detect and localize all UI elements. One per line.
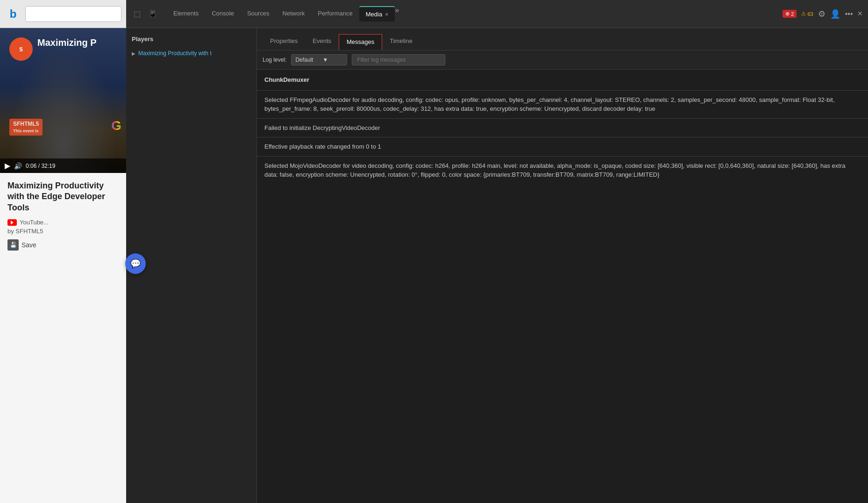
tab-sources[interactable]: Sources xyxy=(241,6,276,22)
play-button[interactable]: ▶ xyxy=(5,161,10,170)
bing-icon: b xyxy=(10,7,17,21)
video-title: Maximizing Productivity with the Edge De… xyxy=(7,180,119,213)
more-options-button[interactable]: ••• xyxy=(845,10,853,18)
google-logo-overlay: G xyxy=(111,118,121,133)
filter-input[interactable] xyxy=(352,54,445,65)
devtools-icons: ⬚ 📱 xyxy=(132,7,159,20)
save-icon: 💾 xyxy=(7,239,19,251)
browser-panel: b 5 Maximizing P SFHTML5 This event is G… xyxy=(0,0,126,503)
youtube-play-icon xyxy=(11,221,14,224)
settings-button[interactable]: ⚙ xyxy=(818,9,825,19)
device-icon[interactable]: 📱 xyxy=(146,7,159,20)
devtools-tabs: Elements Console Sources Network Perform… xyxy=(167,6,781,22)
message-decrypt-fail: Failed to initialize DecryptingVideoDeco… xyxy=(257,119,868,138)
messages-toolbar: Log level: Default ▼ xyxy=(257,50,868,70)
tab-media[interactable]: Media × xyxy=(359,6,395,22)
html5-watermark: SFHTML5 This event is xyxy=(9,119,43,136)
youtube-icon xyxy=(7,219,17,226)
error-icon: ⊗ xyxy=(785,11,790,17)
chat-icon: 💬 xyxy=(130,259,141,269)
player-item[interactable]: ▶ Maximizing Productivity with t xyxy=(126,47,256,59)
user-button[interactable]: 👤 xyxy=(830,9,840,19)
devtools-panel: ⬚ 📱 Elements Console Sources Network Per… xyxy=(126,0,868,503)
address-bar[interactable] xyxy=(25,6,121,22)
close-tab-icon[interactable]: × xyxy=(385,11,388,18)
messages-tabs: Properties Events Messages Timeline xyxy=(257,28,868,50)
error-badge: ⊗ 2 xyxy=(783,10,797,18)
message-playback-rate: Effective playback rate changed from 0 t… xyxy=(257,137,868,157)
players-header: Players xyxy=(126,34,256,47)
devtools-toolbar: ⬚ 📱 Elements Console Sources Network Per… xyxy=(126,0,868,28)
devtools-right-icons: ⊗ 2 ⚠ 63 ⚙ 👤 ••• × xyxy=(783,9,862,19)
warning-icon: ⚠ xyxy=(801,11,806,17)
tab-timeline[interactable]: Timeline xyxy=(382,33,420,50)
messages-list: ChunkDemuxer Selected FFmpegAudioDecoder… xyxy=(257,70,868,503)
video-title-overlay: Maximizing P xyxy=(37,37,97,48)
warning-badge: ⚠ 63 xyxy=(801,11,813,17)
bing-logo[interactable]: b xyxy=(5,6,21,22)
time-display: 0:06 / 32:19 xyxy=(26,163,55,169)
message-audio-decoder: Selected FFmpegAudioDecoder for audio de… xyxy=(257,91,868,119)
log-level-label: Log level: xyxy=(263,57,286,63)
dropdown-arrow-icon: ▼ xyxy=(322,57,328,63)
tab-messages[interactable]: Messages xyxy=(339,34,382,50)
tab-performance[interactable]: Performance xyxy=(311,6,359,22)
by-label: by SFHTML5 xyxy=(7,228,119,235)
close-devtools-button[interactable]: × xyxy=(857,9,862,19)
video-thumbnail: 5 Maximizing P SFHTML5 This event is G xyxy=(0,28,126,173)
video-info: Maximizing Productivity with the Edge De… xyxy=(0,173,126,258)
message-video-decoder: Selected MojoVideoDecoder for video deco… xyxy=(257,157,868,184)
source-label: YouTube... xyxy=(20,219,49,226)
tab-events[interactable]: Events xyxy=(305,33,339,50)
player-name: Maximizing Productivity with t xyxy=(138,50,212,57)
sfhtml5-badge: 5 xyxy=(9,37,33,61)
browser-toolbar: b xyxy=(0,0,126,28)
tab-elements[interactable]: Elements xyxy=(167,6,205,22)
players-sidebar: Players ▶ Maximizing Productivity with t xyxy=(126,28,257,503)
devtools-content: Players ▶ Maximizing Productivity with t… xyxy=(126,28,868,503)
save-button[interactable]: 💾 Save xyxy=(7,239,119,251)
player-expand-icon: ▶ xyxy=(132,51,135,56)
cursor-icon[interactable]: ⬚ xyxy=(132,7,142,20)
tab-console[interactable]: Console xyxy=(205,6,241,22)
message-chunkdemuxer: ChunkDemuxer xyxy=(257,70,868,91)
video-source: YouTube... xyxy=(7,219,119,226)
video-controls: ▶ 🔊 0:06 / 32:19 xyxy=(0,158,126,173)
log-level-select[interactable]: Default ▼ xyxy=(291,54,347,65)
more-tabs-button[interactable]: » xyxy=(395,6,399,22)
chat-fab-button[interactable]: 💬 xyxy=(125,253,146,274)
tab-network[interactable]: Network xyxy=(276,6,312,22)
video-container: 5 Maximizing P SFHTML5 This event is G ▶… xyxy=(0,28,126,173)
tab-properties[interactable]: Properties xyxy=(263,33,305,50)
volume-button[interactable]: 🔊 xyxy=(14,162,22,170)
messages-panel: Properties Events Messages Timeline Log … xyxy=(257,28,868,503)
